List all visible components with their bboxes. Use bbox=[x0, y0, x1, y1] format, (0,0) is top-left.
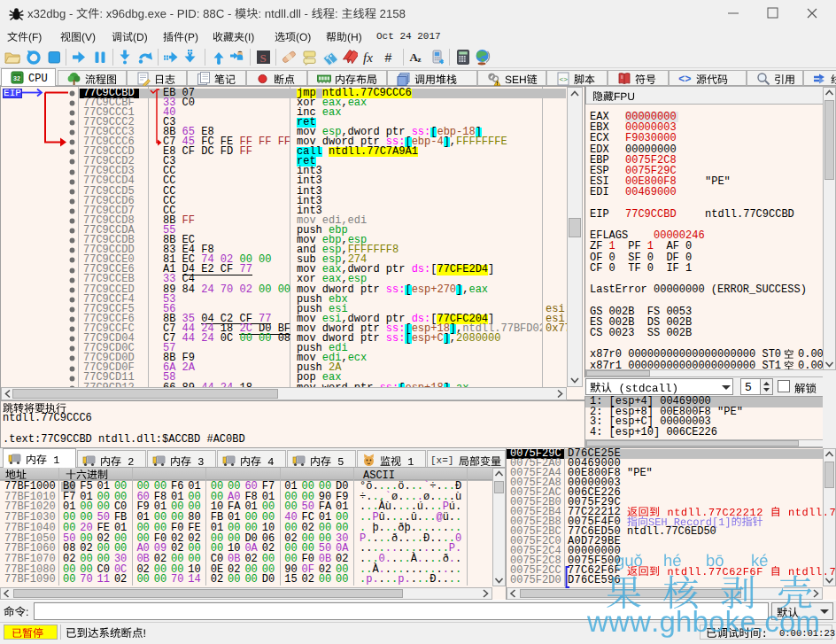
svg-text:S: S bbox=[260, 51, 267, 65]
svg-text:#: # bbox=[385, 50, 392, 65]
svg-text:z: z bbox=[418, 55, 422, 64]
svg-text:fx: fx bbox=[363, 50, 373, 65]
svg-text:<>: <> bbox=[678, 74, 691, 86]
svg-text:32: 32 bbox=[13, 75, 20, 81]
svg-text:<>: <> bbox=[560, 75, 569, 83]
